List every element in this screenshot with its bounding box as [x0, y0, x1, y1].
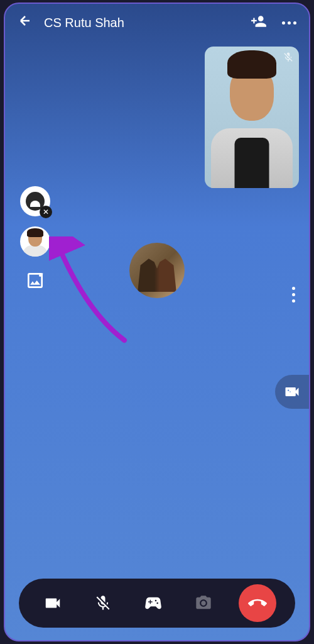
self-avatar: [205, 61, 299, 189]
gallery-effects-button[interactable]: [25, 270, 50, 293]
self-video-preview[interactable]: [205, 47, 299, 188]
remote-contact-avatar: [129, 243, 185, 298]
close-badge-icon[interactable]: ✕: [40, 206, 52, 218]
games-button[interactable]: [138, 588, 168, 618]
svg-point-2: [288, 390, 289, 391]
video-toggle-button[interactable]: [38, 588, 68, 618]
add-person-button[interactable]: [251, 13, 267, 32]
svg-point-1: [41, 273, 43, 274]
mic-toggle-button[interactable]: [88, 588, 118, 618]
contact-name-label: CS Rutu Shah: [44, 16, 251, 30]
sticker-button[interactable]: ✕: [20, 186, 50, 216]
end-call-button[interactable]: [239, 584, 276, 622]
video-call-screen: CS Rutu Shah ✕: [4, 3, 310, 641]
side-action-panel: ✕: [20, 186, 50, 293]
more-options-button[interactable]: [282, 21, 296, 25]
annotation-arrow: [49, 236, 143, 350]
call-controls-bar: [19, 579, 295, 628]
avatar-option-button[interactable]: [20, 226, 50, 257]
svg-point-3: [290, 391, 291, 392]
back-button[interactable]: [18, 13, 33, 32]
side-more-button[interactable]: [292, 287, 295, 303]
mic-muted-icon: [283, 52, 294, 65]
call-header: CS Rutu Shah: [5, 4, 309, 42]
video-effects-button[interactable]: [275, 375, 309, 409]
svg-point-0: [39, 274, 41, 277]
camera-capture-button[interactable]: [188, 588, 219, 618]
